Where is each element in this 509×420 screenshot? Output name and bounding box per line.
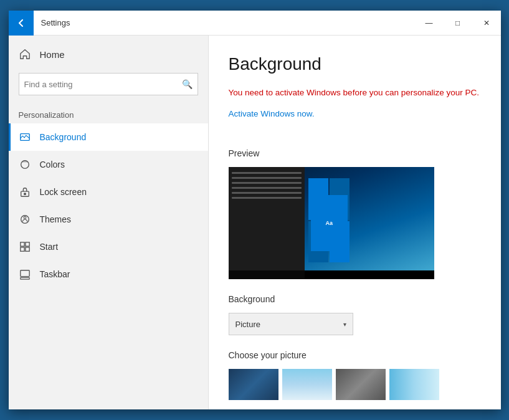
sidebar-item-background[interactable]: Background (9, 123, 208, 151)
sidebar-item-themes[interactable]: Themes (9, 206, 208, 233)
background-icon (19, 131, 31, 143)
sidebar-item-colors-label: Colors (40, 160, 65, 169)
preview-label: Preview (229, 148, 481, 158)
background-dropdown[interactable]: Picture ▾ (229, 313, 353, 335)
home-label: Home (40, 49, 65, 60)
colors-icon (19, 158, 31, 171)
thumbnail-3[interactable] (336, 369, 386, 400)
svg-rect-8 (20, 247, 24, 251)
preview-taskbar (229, 270, 434, 279)
sidebar-item-colors[interactable]: Colors (9, 151, 208, 178)
sidebar-item-lock-screen[interactable]: Lock screen (9, 178, 208, 206)
sidebar-item-background-label: Background (40, 132, 87, 142)
thumbnail-4[interactable] (389, 369, 439, 400)
svg-rect-10 (20, 270, 29, 277)
svg-rect-6 (20, 242, 24, 246)
main-content: Home 🔍 Personalization Background (9, 36, 501, 409)
search-input[interactable] (24, 80, 178, 89)
back-button[interactable] (9, 11, 34, 36)
sidebar-item-taskbar-label: Taskbar (40, 269, 70, 279)
content-area: Background You need to activate Windows … (208, 36, 501, 409)
activation-warning: You need to activate Windows before you … (229, 87, 481, 99)
preview-line-2 (232, 177, 302, 179)
choose-picture-label: Choose your picture (229, 350, 481, 360)
activate-link[interactable]: Activate Windows now. (229, 109, 315, 118)
window-title: Settings (34, 18, 415, 27)
preview-line-1 (232, 172, 302, 174)
thumbnails-row (229, 369, 481, 400)
sidebar-section-label: Personalization (9, 100, 208, 123)
thumbnail-1[interactable] (229, 369, 278, 400)
search-box[interactable]: 🔍 (19, 73, 198, 95)
sidebar-item-home[interactable]: Home (9, 41, 208, 68)
taskbar-icon (19, 268, 31, 280)
dropdown-arrow-icon: ▾ (343, 321, 346, 328)
svg-point-3 (24, 193, 26, 195)
svg-rect-9 (25, 247, 29, 251)
svg-point-5 (24, 217, 26, 219)
window-controls: — □ ✕ (415, 11, 501, 36)
preview-line-6 (232, 197, 302, 199)
close-button[interactable]: ✕ (472, 11, 501, 36)
sidebar-item-start-label: Start (40, 242, 59, 252)
svg-rect-7 (25, 242, 29, 246)
preview-line-5 (232, 192, 302, 194)
search-icon: 🔍 (182, 79, 193, 89)
sidebar-item-themes-label: Themes (40, 214, 72, 224)
sidebar-item-start[interactable]: Start (9, 233, 208, 260)
dropdown-wrapper: Picture ▾ (229, 313, 481, 335)
preview-aa-label: Aa (311, 195, 348, 251)
settings-window: Settings — □ ✕ Home 🔍 (9, 11, 501, 409)
lock-screen-icon (19, 186, 31, 198)
thumbnail-2[interactable] (282, 369, 332, 400)
background-section-label: Background (229, 294, 481, 304)
maximize-button[interactable]: □ (444, 11, 472, 36)
back-icon (17, 19, 25, 27)
preview-start-menu (229, 167, 305, 279)
preview-container: Aa (229, 167, 434, 279)
sidebar: Home 🔍 Personalization Background (9, 36, 208, 409)
dropdown-value: Picture (235, 320, 260, 329)
titlebar: Settings — □ ✕ (9, 11, 501, 36)
svg-rect-11 (20, 277, 29, 279)
sidebar-item-taskbar[interactable]: Taskbar (9, 260, 208, 288)
preview-line-4 (232, 187, 302, 189)
themes-icon (19, 213, 31, 226)
sidebar-item-lock-screen-label: Lock screen (40, 187, 87, 197)
home-icon (19, 48, 31, 60)
page-title: Background (229, 54, 481, 74)
start-icon (19, 241, 31, 253)
minimize-button[interactable]: — (415, 11, 444, 36)
preview-line-3 (232, 182, 302, 184)
